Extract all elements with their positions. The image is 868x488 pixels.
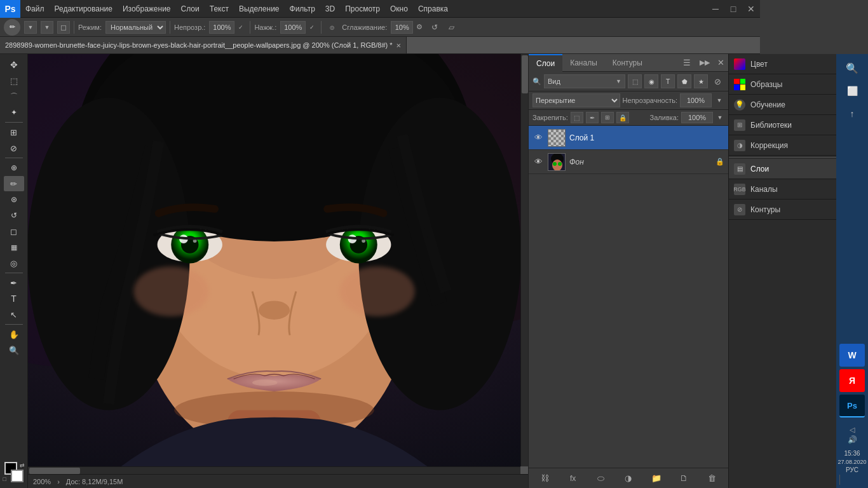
- lock-pixels-icon[interactable]: ⬚: [571, 112, 583, 123]
- crop-tool[interactable]: ⊞: [4, 125, 24, 140]
- blend-mode-select[interactable]: Нормальный: [105, 21, 166, 34]
- layer-opacity-input[interactable]: 100%: [680, 93, 712, 107]
- search-icon-button[interactable]: 🔍: [839, 57, 865, 79]
- quick-select-tool[interactable]: ✦: [4, 105, 24, 120]
- canvas-content[interactable]: [28, 54, 520, 466]
- layer1-visibility-toggle[interactable]: 👁: [532, 132, 544, 144]
- path-select-tool[interactable]: ↖: [4, 307, 24, 322]
- layer-item-layer1[interactable]: 👁 Слой 1: [529, 126, 728, 150]
- layers-tab[interactable]: Слои: [529, 54, 562, 72]
- document-tab[interactable]: 2898989-women-brunette-face-juicy-lips-b…: [0, 37, 407, 53]
- dock-item-channels[interactable]: RGB Каналы: [729, 179, 836, 200]
- paths-tab[interactable]: Контуры: [605, 54, 650, 72]
- delete-layer-button[interactable]: 🗑: [705, 471, 719, 485]
- dock-item-learn[interactable]: 💡 Обучение: [729, 95, 836, 115]
- panel-close[interactable]: ✕: [714, 58, 728, 67]
- dock-item-paths[interactable]: ⊘ Контуры: [729, 200, 836, 220]
- eyedropper-tool[interactable]: ⊘: [4, 140, 24, 156]
- menu-window[interactable]: Окно: [385, 0, 413, 18]
- yandex-app-icon[interactable]: Я: [839, 369, 865, 392]
- channels-tab[interactable]: Каналы: [562, 54, 605, 72]
- window-close[interactable]: ✕: [742, 0, 760, 18]
- layer-blend-mode[interactable]: Перекрытие: [532, 93, 620, 107]
- move-tool[interactable]: ✥: [4, 57, 24, 72]
- layer-opacity-arrow[interactable]: ▼: [714, 93, 724, 107]
- stamp-tool[interactable]: ⊛: [4, 192, 24, 207]
- volume-icon[interactable]: 🔊: [848, 435, 857, 444]
- text-tool[interactable]: T: [4, 291, 24, 306]
- filter-adjust-icon[interactable]: ◉: [644, 74, 658, 88]
- vertical-scrollbar[interactable]: [520, 54, 528, 466]
- brush-tool-icon[interactable]: ✏: [4, 19, 20, 36]
- blur-tool[interactable]: ◎: [4, 255, 24, 271]
- stylus-pressure-icon[interactable]: ⌾: [325, 21, 338, 34]
- pen-tool[interactable]: ✒: [4, 275, 24, 290]
- background-color[interactable]: [11, 470, 24, 482]
- filter-type-select[interactable]: Вид ▼: [544, 74, 625, 88]
- opacity-input[interactable]: [209, 21, 234, 34]
- lasso-tool[interactable]: ⌒: [4, 89, 24, 104]
- tab-close-button[interactable]: ×: [397, 41, 402, 50]
- menu-edit[interactable]: Редактирование: [50, 0, 118, 18]
- angle-icon[interactable]: ↺: [428, 21, 441, 34]
- menu-help[interactable]: Справка: [413, 0, 453, 18]
- panel-collapse[interactable]: ▶▶: [696, 58, 714, 67]
- menu-filter[interactable]: Фильтр: [285, 0, 320, 18]
- filter-shape-icon[interactable]: ⬟: [677, 74, 691, 88]
- dock-item-adjustment[interactable]: ◑ Коррекция: [729, 135, 836, 156]
- heal-tool[interactable]: ⊕: [4, 160, 24, 175]
- menu-3d[interactable]: 3D: [320, 0, 340, 18]
- lock-position-icon[interactable]: ✒: [586, 112, 599, 123]
- layer-item-background[interactable]: 👁 Фон 🔒: [529, 150, 728, 174]
- window-maximize[interactable]: □: [724, 0, 742, 18]
- word-app-icon[interactable]: W: [839, 344, 865, 367]
- background-visibility-toggle[interactable]: 👁: [532, 156, 544, 168]
- dock-item-layers-active[interactable]: ▤ Слои: [729, 159, 836, 179]
- language-indicator[interactable]: РУС: [846, 466, 858, 473]
- new-layer-button[interactable]: 🗋: [677, 471, 691, 485]
- brush-tool[interactable]: ✏: [4, 176, 24, 191]
- history-brush-tool[interactable]: ↺: [4, 208, 24, 223]
- lock-artboard-icon[interactable]: ⊞: [601, 112, 614, 123]
- filter-pixel-icon[interactable]: ⬚: [628, 74, 642, 88]
- new-fill-layer-button[interactable]: ◑: [621, 471, 635, 485]
- photoshop-app-icon[interactable]: Ps: [839, 395, 865, 417]
- share-icon[interactable]: ↑: [839, 103, 865, 125]
- fill-arrow[interactable]: ▼: [715, 112, 724, 123]
- dock-item-swatches[interactable]: Образцы: [729, 74, 836, 95]
- link-layers-button[interactable]: ⛓: [538, 471, 552, 485]
- scroll-right-arrow[interactable]: ›: [57, 478, 60, 485]
- add-layer-style-button[interactable]: fx: [566, 471, 580, 485]
- panel-menu-icon[interactable]: ☰: [678, 58, 696, 67]
- dock-item-libraries[interactable]: ⊞ Библиотеки: [729, 115, 836, 135]
- menu-file[interactable]: Файл: [20, 0, 50, 18]
- hand-tool[interactable]: ✋: [4, 327, 24, 342]
- marquee-tool[interactable]: ⬚: [4, 73, 24, 88]
- add-mask-button[interactable]: ⬭: [593, 471, 607, 485]
- menu-layers[interactable]: Слои: [176, 0, 205, 18]
- opacity-toggle[interactable]: ✓: [236, 21, 246, 34]
- swap-colors[interactable]: ⇄: [20, 462, 25, 468]
- brush-mode-toggle[interactable]: ◻: [57, 21, 70, 34]
- menu-select[interactable]: Выделение: [234, 0, 285, 18]
- default-colors[interactable]: □: [3, 476, 6, 482]
- pressure-toggle[interactable]: ✓: [307, 21, 317, 34]
- smoothing-settings[interactable]: ⚙: [414, 21, 424, 34]
- smoothing-input[interactable]: [391, 21, 413, 34]
- system-tray-expand[interactable]: ◁: [850, 426, 855, 434]
- filter-smart-icon[interactable]: ★: [694, 74, 708, 88]
- lock-all-icon[interactable]: 🔒: [616, 112, 629, 123]
- window-minimize[interactable]: ─: [707, 0, 724, 18]
- pressure-input[interactable]: [280, 21, 306, 34]
- dock-item-color[interactable]: Цвет: [729, 54, 836, 74]
- zoom-tool[interactable]: 🔍: [4, 342, 24, 358]
- filter-toggle[interactable]: ⊘: [710, 74, 724, 88]
- task-view-icon[interactable]: ⬜: [839, 80, 865, 102]
- new-group-button[interactable]: 📁: [649, 471, 663, 485]
- brush-preset[interactable]: ▼: [41, 21, 53, 34]
- eraser-tool[interactable]: ◻: [4, 224, 24, 239]
- scrollbar-thumb-v[interactable]: [522, 55, 528, 93]
- brush-options[interactable]: ▼: [24, 21, 37, 34]
- show-desktop-button[interactable]: [839, 475, 865, 485]
- menu-view[interactable]: Просмотр: [340, 0, 385, 18]
